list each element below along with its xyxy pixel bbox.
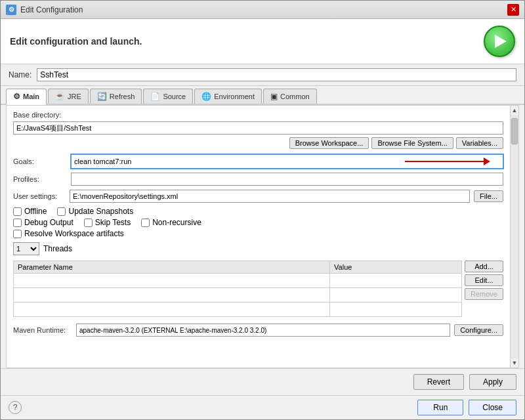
remove-param-button[interactable]: Remove [465, 288, 503, 300]
footer-actions: Run Close [417, 400, 516, 415]
param-value-col-header: Value [330, 261, 462, 274]
close-window-button[interactable]: ✕ [507, 4, 519, 16]
base-dir-input[interactable] [13, 121, 503, 135]
skip-tests-label: Skip Tests [95, 218, 131, 227]
vertical-scrollbar[interactable]: ▲ ▼ [510, 105, 519, 368]
param-value-cell [330, 288, 462, 303]
table-row [14, 288, 462, 303]
skip-tests-checkbox[interactable] [84, 219, 93, 227]
maven-runtime-input[interactable] [76, 324, 450, 337]
dialog-icon: ⚙ [6, 5, 16, 15]
jre-tab-icon: ☕ [55, 92, 65, 101]
scroll-track[interactable] [511, 115, 518, 358]
user-settings-input[interactable] [70, 190, 470, 203]
tab-main[interactable]: ⚙ Main [6, 89, 47, 105]
tab-jre[interactable]: ☕ JRE [48, 89, 89, 104]
non-recursive-label: Non-recursive [152, 218, 201, 227]
name-input[interactable] [37, 68, 516, 81]
tab-common[interactable]: ▣ Common [263, 89, 317, 104]
name-row: Name: [1, 64, 524, 86]
goals-row: Goals: [13, 154, 503, 169]
title-bar: ⚙ Edit Configuration ✕ [1, 1, 524, 19]
user-settings-label: User settings: [13, 192, 66, 200]
tab-refresh-label: Refresh [110, 93, 135, 100]
threads-label: Threads [43, 244, 72, 253]
checkboxes-area: Offline Update Snapshots Debug Output Sk… [13, 207, 503, 238]
run-launch-button[interactable] [484, 26, 515, 57]
param-name-cell [14, 303, 330, 317]
refresh-tab-icon: 🔄 [97, 92, 107, 101]
tab-main-label: Main [23, 93, 39, 100]
resolve-workspace-checkbox[interactable] [13, 230, 22, 238]
add-param-button[interactable]: Add... [465, 261, 503, 272]
param-name-cell [14, 274, 330, 288]
browse-row: Browse Workspace... Browse File System..… [13, 137, 503, 149]
table-buttons: Add... Edit... Remove [465, 261, 503, 320]
tab-source[interactable]: 📄 Source [143, 89, 193, 104]
offline-label: Offline [24, 207, 47, 216]
run-button[interactable]: Run [417, 400, 463, 415]
debug-output-label: Debug Output [24, 218, 74, 227]
environment-tab-icon: 🌐 [201, 92, 211, 101]
param-table: Parameter Name Value [13, 261, 462, 317]
header-title: Edit configuration and launch. [10, 36, 142, 47]
resolve-workspace-checkbox-item: Resolve Workspace artifacts [13, 229, 124, 238]
debug-output-checkbox[interactable] [13, 219, 22, 227]
tab-jre-label: JRE [68, 93, 81, 100]
main-tab-icon: ⚙ [13, 92, 20, 101]
footer-close-button[interactable]: Close [469, 400, 516, 415]
base-dir-label: Base directory: [13, 111, 503, 119]
non-recursive-checkbox[interactable] [141, 219, 150, 227]
tab-environment[interactable]: 🌐 Environment [194, 89, 262, 104]
checkbox-row-3: Resolve Workspace artifacts [13, 229, 503, 238]
tabs-row: ⚙ Main ☕ JRE 🔄 Refresh 📄 Source 🌐 Enviro… [1, 86, 524, 105]
common-tab-icon: ▣ [270, 92, 278, 101]
offline-checkbox-item: Offline [13, 207, 47, 216]
offline-checkbox[interactable] [13, 207, 22, 216]
param-name-col-header: Parameter Name [14, 261, 330, 274]
configure-maven-button[interactable]: Configure... [454, 324, 503, 336]
scroll-up-arrow[interactable]: ▲ [511, 106, 519, 115]
dialog-title: Edit Configuration [20, 5, 83, 14]
file-button[interactable]: File... [474, 190, 503, 202]
skip-tests-checkbox-item: Skip Tests [84, 218, 131, 227]
checkbox-row-2: Debug Output Skip Tests Non-recursive [13, 218, 503, 227]
maven-runtime-row: Maven Runtime: Configure... [13, 324, 503, 337]
checkbox-row-1: Offline Update Snapshots [13, 207, 503, 216]
update-snapshots-checkbox-item: Update Snapshots [57, 207, 133, 216]
maven-runtime-label: Maven Runtime: [13, 326, 72, 334]
profiles-label: Profiles: [13, 175, 66, 183]
param-table-container: Parameter Name Value [13, 261, 503, 320]
threads-select[interactable]: 1 2 4 [13, 242, 39, 255]
profiles-input[interactable] [71, 173, 503, 186]
source-tab-icon: 📄 [150, 92, 160, 101]
scroll-thumb[interactable] [511, 118, 518, 144]
user-settings-row: User settings: File... [13, 190, 503, 203]
threads-row: 1 2 4 Threads [13, 242, 503, 255]
content-wrapper: Base directory: Browse Workspace... Brow… [6, 105, 519, 368]
tab-refresh[interactable]: 🔄 Refresh [90, 89, 142, 104]
table-row [14, 303, 462, 317]
browse-variables-button[interactable]: Variables... [456, 137, 503, 149]
footer-bar: ? Run Close [1, 395, 524, 419]
tab-environment-label: Environment [214, 93, 255, 100]
apply-button[interactable]: Apply [469, 374, 516, 390]
profiles-row: Profiles: [13, 173, 503, 186]
header-area: Edit configuration and launch. [1, 19, 524, 64]
goals-input[interactable] [71, 154, 503, 169]
update-snapshots-label: Update Snapshots [68, 207, 133, 216]
debug-output-checkbox-item: Debug Output [13, 218, 74, 227]
main-content: Base directory: Browse Workspace... Brow… [6, 105, 510, 368]
update-snapshots-checkbox[interactable] [57, 207, 66, 216]
browse-filesystem-button[interactable]: Browse File System... [371, 137, 453, 149]
resolve-workspace-label: Resolve Workspace artifacts [24, 229, 124, 238]
edit-param-button[interactable]: Edit... [465, 274, 503, 286]
param-value-cell [330, 274, 462, 288]
name-label: Name: [9, 70, 32, 79]
param-name-cell [14, 288, 330, 303]
browse-workspace-button[interactable]: Browse Workspace... [289, 137, 369, 149]
revert-button[interactable]: Revert [413, 374, 464, 390]
scroll-down-arrow[interactable]: ▼ [511, 358, 519, 368]
help-icon: ? [13, 403, 18, 412]
help-button[interactable]: ? [9, 401, 22, 414]
